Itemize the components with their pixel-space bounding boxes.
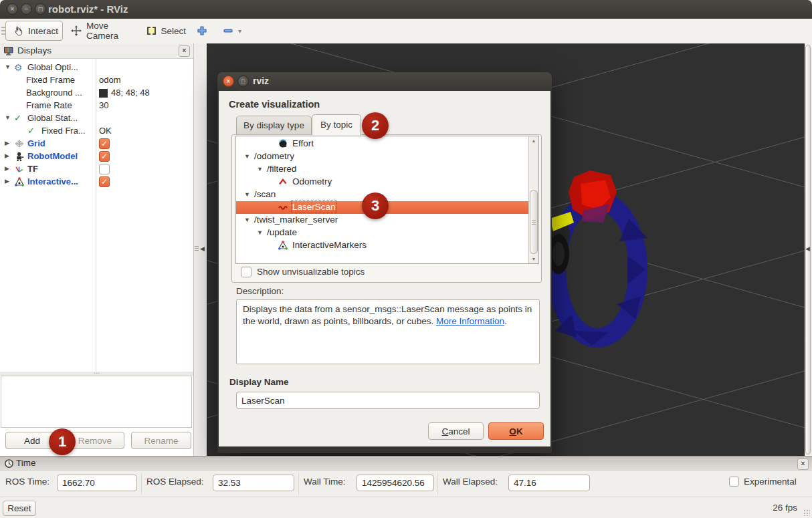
expand-arrow-icon[interactable]: ▼	[244, 153, 250, 160]
window-title: robot.rviz* - RViz	[48, 3, 128, 15]
expand-arrow-icon[interactable]: ▼	[5, 63, 11, 70]
topic-row-effort[interactable]: Effort	[236, 138, 538, 150]
row-background-color[interactable]: Background ... 48; 48; 48	[0, 87, 193, 100]
collapse-arrow-icon[interactable]: ▶	[5, 178, 9, 184]
ok-button[interactable]: OK	[488, 422, 544, 440]
wall-time-input[interactable]	[357, 475, 434, 491]
row-global-options[interactable]: ▼ ⚙ Global Opti...	[0, 61, 193, 74]
window-minimize-button[interactable]: −	[21, 3, 32, 15]
annotation-badge-1: 1	[49, 428, 76, 455]
dialog-maximize-button[interactable]: □	[237, 76, 249, 87]
annotation-badge-3: 3	[362, 192, 389, 219]
rename-display-button[interactable]: Rename	[131, 432, 191, 449]
experimental-checkbox[interactable]	[729, 477, 739, 487]
topic-row-scan-ns[interactable]: ▼ /scan	[236, 188, 538, 201]
row-interactivemarkers-display[interactable]: ▶ Interactive... ✓	[0, 176, 193, 188]
scrollbar-thumb[interactable]	[530, 190, 538, 254]
time-panel-close-button[interactable]: ×	[797, 459, 809, 470]
field-separator	[437, 473, 438, 495]
window-maximize-button[interactable]: □	[35, 3, 46, 15]
row-fixed-frame[interactable]: Fixed Frame odom	[0, 74, 193, 87]
row-global-status[interactable]: ▼ ✓ Global Stat...	[0, 112, 193, 125]
fixed-frame-value[interactable]: odom	[99, 75, 121, 85]
tf-enabled-checkbox[interactable]	[99, 164, 110, 174]
show-unvisualizable-checkbox[interactable]	[241, 267, 251, 277]
expand-arrow-icon[interactable]: ▼	[244, 217, 250, 223]
left-panel-splitter[interactable]: ◀	[194, 43, 207, 456]
row-tf-display[interactable]: ▶ TF	[0, 163, 193, 176]
select-label: Select	[161, 26, 186, 36]
expand-arrow-icon[interactable]: ▼	[5, 114, 11, 121]
robotmodel-enabled-checkbox[interactable]: ✓	[99, 151, 110, 162]
grid-enabled-checkbox[interactable]: ✓	[99, 138, 110, 149]
experimental-label: Experimental	[744, 477, 797, 487]
tab-by-topic[interactable]: By topic	[312, 114, 361, 136]
topic-row-interactivemarkers[interactable]: InteractiveMarkers	[236, 239, 538, 252]
scroll-down-icon[interactable]: ▼	[529, 257, 538, 261]
field-separator	[141, 473, 142, 495]
tool-dropdown-caret-icon[interactable]: ▾	[238, 27, 241, 35]
interact-label: Interact	[28, 26, 58, 36]
collapse-left-arrow-icon[interactable]: ◀	[200, 245, 205, 252]
right-panel-splitter[interactable]: ◀	[805, 43, 812, 456]
wall-time-label: Wall Time:	[304, 477, 346, 487]
collapse-arrow-icon[interactable]: ▶	[5, 140, 9, 146]
hand-cursor-icon	[13, 25, 23, 36]
effort-icon	[278, 138, 288, 149]
more-information-link[interactable]: More Information	[436, 316, 504, 326]
scroll-up-icon[interactable]: ▲	[529, 138, 538, 143]
window-resize-grip[interactable]	[803, 509, 810, 516]
status-bar: Reset 26 fps	[0, 497, 812, 518]
ros-elapsed-input[interactable]	[213, 475, 294, 491]
collapse-right-arrow-icon[interactable]: ◀	[805, 245, 810, 252]
topic-row-filtered-ns[interactable]: ▼ /filtered	[236, 163, 538, 176]
tab-by-display-type[interactable]: By display type	[236, 116, 312, 135]
color-swatch[interactable]	[99, 89, 108, 98]
window-titlebar: × − □ robot.rviz* - RViz	[0, 0, 812, 19]
add-tool-button[interactable]	[190, 21, 211, 41]
toolbar: Interact Move Camera Select ▾	[0, 19, 812, 44]
reset-button[interactable]: Reset	[3, 501, 36, 516]
remove-tool-button[interactable]: ▾	[216, 21, 245, 41]
topic-row-update-ns[interactable]: ▼ /update	[236, 227, 538, 239]
dialog-close-button[interactable]: ×	[223, 76, 234, 87]
expand-arrow-icon[interactable]: ▼	[257, 229, 263, 236]
clock-icon	[4, 459, 14, 469]
displays-panel-close-button[interactable]: ×	[179, 45, 190, 57]
row-fixed-frame-status[interactable]: ✓ Fixed Fra... OK	[0, 125, 193, 138]
frame-rate-value[interactable]: 30	[99, 100, 108, 110]
field-separator	[298, 473, 299, 495]
topic-row-twist-marker-server-ns[interactable]: ▼ /twist_marker_server	[236, 214, 538, 227]
select-tool-button[interactable]: Select	[140, 21, 193, 41]
move-camera-tool-button[interactable]: Move Camera	[64, 21, 139, 41]
topic-tree-scrollbar[interactable]: ▲ ▼	[528, 136, 538, 263]
expand-arrow-icon[interactable]: ▼	[244, 191, 250, 198]
row-frame-rate[interactable]: Frame Rate 30	[0, 100, 193, 112]
interact-tool-button[interactable]: Interact	[5, 21, 63, 41]
background-color-value[interactable]: 48; 48; 48	[111, 88, 150, 98]
wall-elapsed-input[interactable]	[508, 475, 590, 491]
interactivemarkers-enabled-checkbox[interactable]: ✓	[99, 176, 110, 187]
collapse-arrow-icon[interactable]: ▶	[5, 165, 9, 172]
topic-row-odometry[interactable]: Odometry	[236, 176, 538, 188]
maximize-icon: □	[241, 78, 245, 85]
odometry-icon	[278, 176, 288, 187]
dialog-bottom-border	[217, 446, 552, 453]
collapse-arrow-icon[interactable]: ▶	[5, 152, 9, 159]
description-box: Displays the data from a sensor_msgs::La…	[236, 299, 540, 364]
display-name-input[interactable]	[236, 392, 540, 409]
cancel-button[interactable]: Cancel	[428, 422, 484, 440]
ros-time-input[interactable]	[57, 475, 137, 491]
expand-arrow-icon[interactable]: ▼	[257, 166, 263, 172]
fps-counter: 26 fps	[773, 503, 797, 513]
ros-time-label: ROS Time:	[5, 477, 49, 487]
time-panel: Time × ROS Time: ROS Elapsed: Wall Time:…	[0, 456, 812, 497]
dialog-body: Create visualization By display type By …	[217, 91, 552, 446]
dialog-heading: Create visualization	[229, 99, 320, 110]
row-robotmodel-display[interactable]: ▶ RobotModel ✓	[0, 150, 193, 163]
window-close-button[interactable]: ×	[7, 3, 18, 15]
row-grid-display[interactable]: ▶ Grid ✓	[0, 138, 193, 150]
status-value: OK	[99, 126, 112, 136]
topic-row-odometry-ns[interactable]: ▼ /odometry	[236, 150, 538, 163]
minus-icon	[223, 25, 233, 36]
